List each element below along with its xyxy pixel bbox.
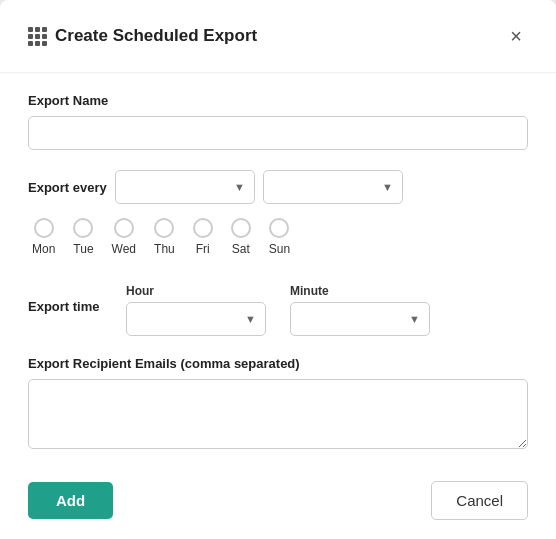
hour-col: Hour 00010203 04050607 08091011 12131415… [126,284,266,336]
day-radio-thu[interactable] [154,218,174,238]
hour-select[interactable]: 00010203 04050607 08091011 12131415 1617… [126,302,266,336]
minute-select[interactable]: 00051015 20253035 40455055 [290,302,430,336]
cancel-button[interactable]: Cancel [431,481,528,520]
export-name-group: Export Name [28,93,528,150]
day-item-sun: Sun [269,218,290,256]
export-name-input[interactable] [28,116,528,150]
close-button[interactable]: × [504,24,528,48]
day-item-mon: Mon [32,218,55,256]
day-radio-wed[interactable] [114,218,134,238]
export-every-label: Export every [28,180,107,195]
day-radio-sun[interactable] [269,218,289,238]
period-select-wrapper: DayWeekMonth ▼ [263,170,403,204]
recipient-emails-label: Export Recipient Emails (comma separated… [28,356,528,371]
days-row: Mon Tue Wed Thu Fri Sat [28,218,528,256]
day-item-wed: Wed [112,218,136,256]
day-radio-sat[interactable] [231,218,251,238]
period-select[interactable]: DayWeekMonth [263,170,403,204]
day-item-fri: Fri [193,218,213,256]
minute-col: Minute 00051015 20253035 40455055 ▼ [290,284,430,336]
day-item-thu: Thu [154,218,175,256]
add-button[interactable]: Add [28,482,113,519]
frequency-select[interactable]: 12345 [115,170,255,204]
dialog-title-text: Create Scheduled Export [55,26,257,46]
header-divider [0,72,556,73]
day-label-tue: Tue [73,242,93,256]
export-time-section: Export time Hour 00010203 04050607 08091… [28,276,528,336]
recipient-emails-textarea[interactable] [28,379,528,449]
minute-select-wrapper: 00051015 20253035 40455055 ▼ [290,302,430,336]
minute-label: Minute [290,284,430,298]
day-label-wed: Wed [112,242,136,256]
day-label-fri: Fri [196,242,210,256]
recipient-emails-group: Export Recipient Emails (comma separated… [28,356,528,453]
frequency-select-wrapper: 12345 ▼ [115,170,255,204]
day-item-sat: Sat [231,218,251,256]
export-name-label: Export Name [28,93,528,108]
day-label-mon: Mon [32,242,55,256]
export-every-row: Export every 12345 ▼ DayWeekMonth ▼ [28,170,528,204]
dialog-title: Create Scheduled Export [28,26,257,46]
day-radio-fri[interactable] [193,218,213,238]
dialog-header: Create Scheduled Export × [28,24,528,48]
dialog-footer: Add Cancel [28,481,528,520]
hour-select-wrapper: 00010203 04050607 08091011 12131415 1617… [126,302,266,336]
day-label-sat: Sat [232,242,250,256]
time-selects-row: Hour 00010203 04050607 08091011 12131415… [126,284,430,336]
day-label-sun: Sun [269,242,290,256]
export-time-label: Export time [28,299,118,314]
day-radio-tue[interactable] [73,218,93,238]
day-item-tue: Tue [73,218,93,256]
export-every-group: Export every 12345 ▼ DayWeekMonth ▼ Mo [28,170,528,256]
hour-label: Hour [126,284,266,298]
day-label-thu: Thu [154,242,175,256]
create-scheduled-export-dialog: Create Scheduled Export × Export Name Ex… [0,0,556,539]
day-radio-mon[interactable] [34,218,54,238]
grid-icon [28,27,47,46]
